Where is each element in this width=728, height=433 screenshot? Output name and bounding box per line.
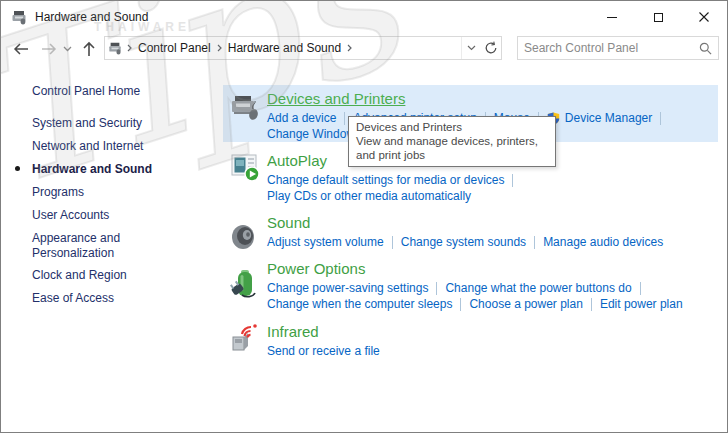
printer-icon[interactable] — [11, 9, 27, 25]
address-bar[interactable]: Control Panel Hardware and Sound — [104, 36, 502, 60]
link-play-cds[interactable]: Play CDs or other media automatically — [267, 189, 471, 203]
minimize-icon[interactable] — [589, 1, 635, 33]
tooltip-title: Devices and Printers — [356, 120, 548, 134]
section-title-sound[interactable]: Sound — [267, 213, 663, 232]
magnifier-icon[interactable] — [692, 42, 718, 55]
section-title-power-options[interactable]: Power Options — [267, 259, 683, 278]
link-change-windows[interactable]: Change Window — [267, 127, 355, 141]
control-panel-window: Hardware and Sound — [0, 0, 728, 433]
window-controls — [589, 1, 727, 33]
separator — [512, 174, 513, 187]
link-change-system-sounds[interactable]: Change system sounds — [401, 235, 526, 249]
link-choose-power-plan[interactable]: Choose a power plan — [469, 297, 582, 311]
separator — [640, 282, 641, 295]
tooltip-body-line1: View and manage devices, printers, — [356, 134, 548, 148]
arrow-left-icon[interactable] — [9, 37, 33, 61]
section-title-devices-and-printers[interactable]: Devices and Printers — [267, 89, 669, 108]
sidebar-item-control-panel-home[interactable]: Control Panel Home — [32, 84, 182, 99]
main-content: Devices and Printers Add a device Advanc… — [223, 63, 726, 431]
breadcrumb-chevron-icon — [125, 44, 134, 52]
link-adjust-system-volume[interactable]: Adjust system volume — [267, 235, 384, 249]
section-infrared: Infrared Send or receive a file — [229, 322, 726, 359]
sidebar-item-system-and-security[interactable]: System and Security — [32, 116, 182, 131]
separator — [436, 282, 437, 295]
separator — [460, 298, 461, 311]
speaker-icon[interactable] — [229, 221, 261, 253]
infrared-waves-icon[interactable] — [229, 322, 261, 354]
printer-icon — [105, 41, 125, 55]
link-edit-power-plan[interactable]: Edit power plan — [600, 297, 683, 311]
battery-plug-icon[interactable] — [229, 267, 261, 299]
section-sound: Sound Adjust system volume Change system… — [229, 213, 726, 253]
breadcrumb-chevron-icon — [215, 44, 224, 52]
link-device-manager[interactable]: Device Manager — [547, 111, 652, 125]
search-input[interactable] — [518, 41, 692, 55]
breadcrumb-item-control-panel[interactable]: Control Panel — [134, 41, 215, 55]
section-power-options: Power Options Change power-saving settin… — [229, 259, 726, 312]
active-item-bullet — [15, 166, 20, 171]
navigation-toolbar: Control Panel Hardware and Sound — [1, 33, 727, 63]
separator — [660, 112, 661, 125]
sidebar-item-appearance-and-personalization[interactable]: Appearance and Personalization — [32, 231, 182, 261]
sidebar-item-ease-of-access[interactable]: Ease of Access — [32, 291, 182, 306]
link-change-computer-sleeps[interactable]: Change when the computer sleeps — [267, 297, 452, 311]
link-manage-audio-devices[interactable]: Manage audio devices — [543, 235, 663, 249]
autoplay-media-icon[interactable] — [229, 151, 261, 183]
recent-pages-chevron-down-icon[interactable] — [59, 37, 75, 61]
search-box — [517, 36, 719, 60]
breadcrumb-chevron-icon — [345, 44, 354, 52]
link-send-or-receive-file[interactable]: Send or receive a file — [267, 344, 380, 358]
address-dropdown-chevron-down-icon[interactable] — [461, 37, 481, 59]
sidebar-item-clock-and-region[interactable]: Clock and Region — [32, 268, 182, 283]
arrow-right-icon[interactable] — [37, 37, 61, 61]
sidebar: Control Panel Home System and Security N… — [2, 63, 223, 431]
refresh-icon[interactable] — [481, 37, 501, 59]
link-device-manager-label: Device Manager — [565, 111, 652, 125]
window-title: Hardware and Sound — [35, 10, 148, 24]
tooltip: Devices and Printers View and manage dev… — [348, 116, 556, 167]
link-change-power-saving-settings[interactable]: Change power-saving settings — [267, 281, 428, 295]
breadcrumb-item-hardware-and-sound[interactable]: Hardware and Sound — [224, 41, 345, 55]
link-change-power-buttons[interactable]: Change what the power buttons do — [445, 281, 631, 295]
tooltip-body-line2: and print jobs — [356, 148, 548, 162]
separator — [392, 236, 393, 249]
separator — [534, 236, 535, 249]
section-title-infrared[interactable]: Infrared — [267, 322, 380, 341]
separator — [344, 112, 345, 125]
sidebar-item-hardware-and-sound[interactable]: Hardware and Sound — [32, 162, 182, 177]
sidebar-item-user-accounts[interactable]: User Accounts — [32, 208, 182, 223]
sidebar-item-network-and-internet[interactable]: Network and Internet — [32, 139, 182, 154]
link-change-default-settings[interactable]: Change default settings for media or dev… — [267, 173, 504, 187]
titlebar: Hardware and Sound — [1, 1, 727, 33]
close-icon[interactable] — [681, 1, 727, 33]
maximize-icon[interactable] — [635, 1, 681, 33]
printer-and-mouse-icon[interactable] — [229, 91, 261, 123]
sidebar-item-programs[interactable]: Programs — [32, 185, 182, 200]
link-add-a-device[interactable]: Add a device — [267, 111, 336, 125]
arrow-up-icon[interactable] — [77, 37, 101, 61]
separator — [591, 298, 592, 311]
